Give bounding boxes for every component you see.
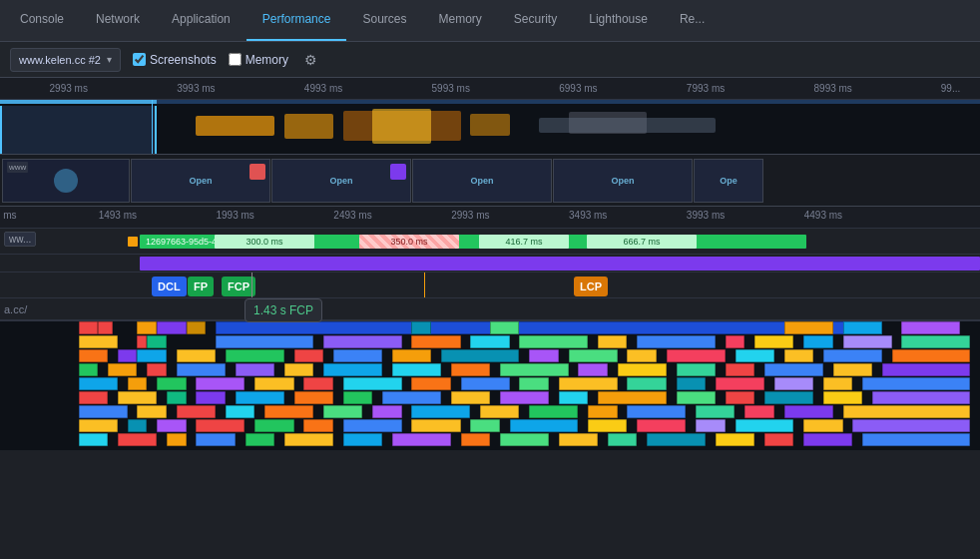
screenshot-thumb-6: Ope bbox=[694, 159, 763, 203]
lcp-badge: LCP bbox=[574, 277, 608, 296]
overview-flame-area[interactable] bbox=[0, 100, 980, 155]
fcp-marker: FCP bbox=[222, 276, 255, 297]
time-ruler-bottom: ms 1493 ms 1993 ms 2493 ms 2993 ms 3493 … bbox=[0, 207, 980, 229]
main-flame-chart[interactable] bbox=[0, 320, 980, 450]
time2-label-6: 3993 ms bbox=[687, 210, 725, 221]
dropdown-arrow-icon: ▾ bbox=[107, 54, 112, 65]
timing-track: DCL FP FCP LCP 1.43 s FCP bbox=[0, 273, 980, 298]
time2-label-7: 4493 ms bbox=[804, 210, 842, 221]
flame-row-2 bbox=[0, 335, 980, 349]
screenshot-thumb-3: Open bbox=[271, 159, 411, 203]
tab-application[interactable]: Application bbox=[156, 0, 246, 41]
network-track[interactable]: ww... 12697663-95d5-4d3c-8152-e5ae17... … bbox=[0, 229, 980, 255]
url-bar: a.cc/ bbox=[0, 298, 980, 320]
tab-memory[interactable]: Memory bbox=[423, 0, 498, 41]
screenshot-thumb-2: Open bbox=[131, 159, 270, 203]
flame-row-7 bbox=[0, 405, 980, 419]
net-sub-bar-4: 666.7 ms bbox=[587, 235, 697, 249]
tab-sources[interactable]: Sources bbox=[346, 0, 422, 41]
screenshots-checkbox-label[interactable]: Screenshots bbox=[133, 53, 217, 67]
net-sub-bar-3: 416.7 ms bbox=[479, 235, 569, 249]
net-sub-bar-1: 300.0 ms bbox=[215, 235, 314, 249]
time-label-4: 6993 ms bbox=[559, 83, 597, 94]
fcp-tooltip: 1.43 s FCP bbox=[245, 298, 322, 322]
settings-icon-btn[interactable]: ⚙ bbox=[300, 50, 321, 70]
tab-lighthouse[interactable]: Lighthouse bbox=[573, 0, 664, 41]
tab-network[interactable]: Network bbox=[80, 0, 156, 41]
profile-select[interactable]: www.kelen.cc #2 ▾ bbox=[10, 48, 121, 72]
screenshot-thumb-1: www bbox=[2, 159, 130, 203]
time-label-3: 5993 ms bbox=[432, 83, 470, 94]
time-label-1: 3993 ms bbox=[177, 83, 215, 94]
tab-console[interactable]: Console bbox=[4, 0, 80, 41]
screenshots-strip: www Open Open Open Open Ope bbox=[0, 155, 980, 207]
time2-label-4: 2993 ms bbox=[451, 210, 489, 221]
lcp-cursor-line bbox=[424, 273, 425, 297]
memory-checkbox-label[interactable]: Memory bbox=[229, 53, 288, 67]
time2-label-1: 1493 ms bbox=[99, 210, 137, 221]
net-bar-yellow bbox=[128, 237, 138, 247]
time2-label-0: ms bbox=[3, 210, 16, 221]
time-label-7: 99... bbox=[941, 83, 960, 94]
time-label-6: 8993 ms bbox=[814, 83, 852, 94]
time2-label-5: 3493 ms bbox=[569, 210, 607, 221]
flame-row-3 bbox=[0, 349, 980, 363]
lcp-marker: LCP bbox=[574, 276, 608, 297]
tab-more[interactable]: Re... bbox=[664, 0, 721, 41]
screenshot-thumb-5: Open bbox=[553, 159, 693, 203]
time-label-2: 4993 ms bbox=[304, 83, 342, 94]
toolbar: www.kelen.cc #2 ▾ Screenshots Memory ⚙ bbox=[0, 42, 980, 78]
flame-row-5 bbox=[0, 377, 980, 391]
fp-badge: FP bbox=[188, 277, 214, 296]
time-label-5: 7993 ms bbox=[687, 83, 725, 94]
time-ruler-inner: 2993 ms 3993 ms 4993 ms 5993 ms 6993 ms … bbox=[0, 78, 980, 99]
fcp-cursor-line bbox=[251, 273, 252, 297]
dcl-marker: DCL bbox=[152, 276, 187, 297]
net-sub-bar-2: 350.0 ms bbox=[359, 235, 459, 249]
tab-bar: Console Network Application Performance … bbox=[0, 0, 980, 42]
flame-row-6 bbox=[0, 391, 980, 405]
purple-bar bbox=[140, 257, 980, 271]
flame-row-9 bbox=[0, 433, 980, 447]
memory-checkbox[interactable] bbox=[229, 53, 242, 66]
screenshot-thumb-4: Open bbox=[412, 159, 552, 203]
screenshots-checkbox[interactable] bbox=[133, 53, 146, 66]
fcp-badge: FCP bbox=[222, 277, 255, 296]
fp-marker: FP bbox=[188, 276, 214, 297]
time-ruler-top: 2993 ms 3993 ms 4993 ms 5993 ms 6993 ms … bbox=[0, 78, 980, 100]
flame-row-8 bbox=[0, 419, 980, 433]
tab-performance[interactable]: Performance bbox=[246, 0, 347, 41]
flame-row-4 bbox=[0, 363, 980, 377]
tab-security[interactable]: Security bbox=[498, 0, 573, 41]
time-label-0: 2993 ms bbox=[50, 83, 88, 94]
time2-label-3: 2493 ms bbox=[333, 210, 371, 221]
time2-label-2: 1993 ms bbox=[216, 210, 253, 221]
dcl-badge: DCL bbox=[152, 277, 187, 296]
interaction-track bbox=[0, 255, 980, 273]
network-track-label: ww... bbox=[4, 232, 36, 247]
flame-row-1 bbox=[0, 321, 980, 335]
